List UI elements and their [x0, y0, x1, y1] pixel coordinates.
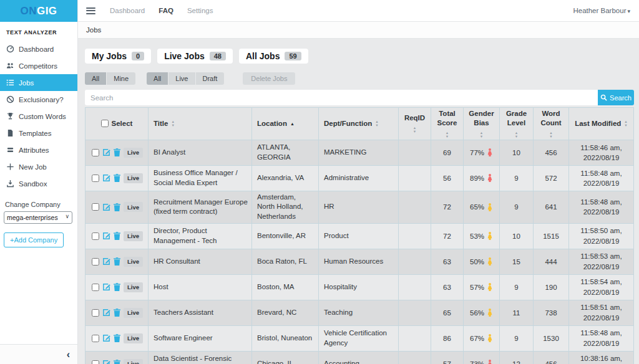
row-checkbox[interactable]: [92, 232, 99, 240]
row-checkbox[interactable]: [92, 360, 99, 364]
job-word-count: 572: [545, 175, 557, 182]
tab-live-jobs[interactable]: Live Jobs 48: [157, 49, 233, 64]
trash-icon[interactable]: [114, 334, 120, 342]
tab-label: Live Jobs: [164, 51, 205, 61]
filter-status-live[interactable]: Live: [168, 72, 195, 85]
search-button[interactable]: Search: [598, 90, 634, 105]
column-header-reqid[interactable]: ReqID▲▼: [399, 108, 431, 140]
column-label: Dept/Function: [324, 119, 372, 128]
status-badge: Live: [124, 148, 143, 158]
row-checkbox[interactable]: [92, 203, 99, 211]
job-dept: Vehicle Certification Agency: [324, 329, 387, 347]
sidebar-item-label: New Job: [19, 163, 47, 171]
column-header-total-score[interactable]: Total Score▲▼: [431, 108, 464, 140]
tab-label: My Jobs: [92, 51, 127, 61]
tab-my-jobs[interactable]: My Jobs 0: [85, 49, 151, 64]
modified-time: 11:58:48 am,: [580, 198, 622, 206]
sidebar-item-templates[interactable]: Templates: [0, 125, 77, 141]
sidebar-item-label: Jobs: [19, 79, 34, 87]
collapse-sidebar-icon[interactable]: ‹: [67, 350, 70, 360]
job-word-count: 738: [545, 309, 557, 317]
trash-icon[interactable]: [114, 174, 120, 182]
edit-icon[interactable]: [102, 174, 110, 182]
app-root: ONGIG TEXT ANALYZER Dashboard Competitor…: [0, 0, 639, 364]
job-grade-level: 10: [512, 232, 520, 240]
filter-status-all[interactable]: All: [147, 72, 168, 85]
sidebar-item-new-job[interactable]: New Job: [0, 158, 77, 175]
sort-icon: ▲▼: [515, 131, 518, 138]
sidebar-item-competitors[interactable]: Competitors: [0, 57, 77, 74]
edit-icon[interactable]: [102, 257, 110, 266]
filter-owner-mine[interactable]: Mine: [107, 72, 135, 85]
column-header-gender-bias[interactable]: Gender Bias▲▼: [464, 108, 500, 140]
column-header-word-count[interactable]: Word Count▲▼: [534, 108, 569, 140]
edit-icon[interactable]: [102, 203, 110, 211]
topnav-settings-link[interactable]: Settings: [187, 7, 213, 14]
search-input[interactable]: [85, 90, 598, 105]
sort-asc-icon: ▲: [290, 122, 295, 126]
row-checkbox[interactable]: [92, 149, 99, 156]
hamburger-menu-icon[interactable]: [85, 6, 96, 16]
edit-icon[interactable]: [102, 334, 110, 342]
competitors-icon: [6, 62, 14, 70]
sidebar-item-custom-words[interactable]: Custom Words: [0, 108, 77, 125]
select-all-checkbox[interactable]: [101, 120, 109, 127]
trash-icon[interactable]: [114, 360, 120, 364]
table-row: Live Recruitment Manager Europe (fixed t…: [85, 191, 634, 223]
trash-icon[interactable]: [114, 309, 120, 317]
edit-icon[interactable]: [102, 148, 110, 156]
sidebar-item-sandbox[interactable]: Sandbox: [0, 175, 77, 192]
sidebar-item-jobs[interactable]: Jobs: [0, 74, 77, 91]
trash-icon[interactable]: [114, 283, 120, 291]
trash-icon[interactable]: [114, 148, 120, 156]
trash-icon[interactable]: [114, 203, 120, 211]
job-title: HR Consultant: [154, 257, 200, 265]
topnav-faq-link[interactable]: FAQ: [159, 7, 173, 14]
table-row: Live HR Consultant Boca Raton, FL Human …: [85, 249, 634, 274]
sidebar-item-dashboard[interactable]: Dashboard: [0, 41, 77, 57]
row-checkbox[interactable]: [92, 284, 99, 291]
row-checkbox[interactable]: [92, 258, 99, 266]
filter-owner-all[interactable]: All: [85, 72, 106, 85]
topnav-dashboard-link[interactable]: Dashboard: [110, 7, 145, 14]
row-checkbox[interactable]: [92, 309, 99, 317]
column-header-select[interactable]: Select: [85, 108, 149, 140]
modified-date: 2022/08/19: [583, 180, 620, 187]
row-checkbox[interactable]: [92, 175, 99, 182]
column-header-dept-function[interactable]: Dept/Function▲▼: [319, 108, 399, 140]
edit-icon[interactable]: [102, 283, 110, 291]
change-company-section: Change Company mega-enterprises +Add Com…: [0, 197, 77, 247]
job-grade-level: 9: [514, 203, 518, 211]
job-location: Bentonville, AR: [257, 232, 306, 239]
add-company-button[interactable]: +Add Company: [4, 232, 64, 247]
jobs-icon: [6, 79, 14, 87]
company-select[interactable]: mega-enterprises: [4, 211, 72, 224]
edit-icon[interactable]: [102, 360, 110, 364]
delete-jobs-button[interactable]: Delete Jobs: [243, 72, 295, 85]
edit-icon[interactable]: [102, 232, 110, 240]
trash-icon[interactable]: [114, 232, 120, 240]
dashboard-icon: [6, 45, 14, 53]
edit-icon[interactable]: [102, 309, 110, 317]
trash-icon[interactable]: [114, 257, 120, 266]
column-header-title[interactable]: Title▲▼: [149, 108, 252, 140]
change-company-label: Change Company: [0, 197, 77, 209]
column-header-location[interactable]: Location▲: [252, 108, 319, 140]
person-icon: [487, 334, 493, 342]
tab-all-jobs[interactable]: All Jobs 59: [239, 49, 308, 64]
filter-status-draft[interactable]: Draft: [196, 72, 225, 85]
ongig-logo[interactable]: ONGIG: [0, 0, 77, 22]
user-menu[interactable]: Heather Barbour▾: [573, 7, 630, 14]
row-checkbox[interactable]: [92, 335, 99, 342]
sidebar-item-attributes[interactable]: Attributes: [0, 141, 77, 158]
column-header-last-modified[interactable]: Last Modified▲▼: [569, 108, 634, 140]
job-location: Alexandria, VA: [257, 174, 304, 181]
job-location: Boston, MA: [257, 283, 294, 290]
column-header-grade-level[interactable]: Grade Level▲▼: [500, 108, 534, 140]
sidebar-item-exclusionary[interactable]: Exclusionary?: [0, 91, 77, 108]
sidebar-footer: ‹: [0, 344, 77, 364]
new-job-icon: [6, 163, 14, 171]
modified-time: 11:58:48 am,: [580, 170, 622, 177]
job-location: Bristol, Nuneaton: [257, 334, 312, 342]
job-dept: Accounting: [324, 360, 359, 364]
